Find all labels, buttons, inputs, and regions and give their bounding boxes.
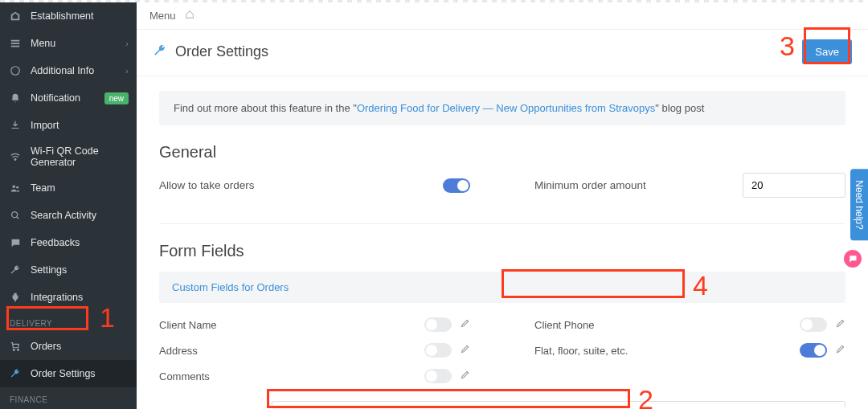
edit-icon[interactable] bbox=[835, 318, 845, 331]
order-comment-label: Order Form Comment bbox=[159, 401, 272, 407]
sidebar-item-menu[interactable]: Menu › bbox=[0, 30, 137, 57]
sidebar-item-label: Import bbox=[31, 120, 129, 131]
section-title-general: General bbox=[159, 143, 845, 162]
sidebar-item-label: Orders bbox=[31, 341, 129, 352]
sidebar-item-settings[interactable]: Settings bbox=[0, 256, 137, 284]
custom-fields-link[interactable]: Custom Fields for Orders bbox=[172, 281, 289, 293]
save-button[interactable]: Save bbox=[802, 39, 852, 64]
page-title: Order Settings bbox=[175, 43, 268, 60]
field-row-client-phone: Client Phone bbox=[534, 317, 845, 332]
sidebar-item-feedbacks[interactable]: Feedbacks bbox=[0, 229, 137, 256]
field-row-address: Address bbox=[159, 343, 470, 358]
comments-label: Comments bbox=[159, 370, 424, 382]
breadcrumb-root[interactable]: Menu bbox=[149, 10, 176, 22]
sidebar-item-label: Notification bbox=[31, 92, 96, 104]
field-row-flat-floor: Flat, floor, suite, etc. bbox=[534, 343, 845, 358]
sidebar-item-label: Menu bbox=[31, 38, 117, 49]
svg-point-3 bbox=[16, 186, 18, 189]
team-icon bbox=[8, 181, 23, 195]
address-label: Address bbox=[159, 345, 424, 357]
section-title-form-fields: Form Fields bbox=[159, 242, 845, 260]
home-icon[interactable] bbox=[184, 9, 195, 22]
sidebar-item-team[interactable]: Team bbox=[0, 174, 137, 202]
sidebar-section-delivery: DELIVERY bbox=[0, 311, 137, 333]
field-row-comments: Comments bbox=[159, 369, 470, 383]
banner-link[interactable]: Ordering Food for Delivery — New Opportu… bbox=[357, 102, 655, 114]
wrench-icon bbox=[8, 366, 23, 381]
order-comment-textarea[interactable] bbox=[272, 401, 845, 407]
min-amount-label: Minimum order amount bbox=[534, 179, 743, 191]
sidebar-item-label: Wi-Fi QR Code Generator bbox=[31, 145, 129, 168]
building-icon bbox=[8, 9, 23, 23]
sidebar-item-label: Team bbox=[31, 182, 129, 194]
svg-point-1 bbox=[14, 159, 16, 161]
sidebar-item-integrations[interactable]: Integrations bbox=[0, 284, 137, 311]
sidebar-item-label: Settings bbox=[31, 264, 129, 276]
client-phone-toggle[interactable] bbox=[800, 317, 827, 332]
chat-bubble-icon[interactable] bbox=[844, 250, 862, 268]
sidebar-item-label: Integrations bbox=[31, 292, 129, 303]
plug-icon bbox=[8, 290, 23, 305]
sidebar-item-label: Order Settings bbox=[31, 368, 129, 379]
allow-orders-toggle[interactable] bbox=[443, 178, 470, 193]
help-tab[interactable]: Need help? bbox=[850, 169, 868, 240]
sidebar-item-label: Search Activity bbox=[31, 210, 129, 221]
bell-icon bbox=[8, 91, 23, 105]
svg-point-4 bbox=[12, 212, 18, 218]
sidebar-item-wifi-qr[interactable]: Wi-Fi QR Code Generator bbox=[0, 139, 137, 174]
allow-orders-label: Allow to take orders bbox=[159, 179, 443, 191]
sidebar-item-order-settings[interactable]: Order Settings bbox=[0, 360, 137, 387]
chevron-right-icon: › bbox=[125, 39, 129, 48]
chevron-right-icon: › bbox=[125, 66, 129, 76]
svg-point-0 bbox=[11, 67, 20, 76]
sidebar-item-label: Feedbacks bbox=[31, 237, 129, 248]
row-order-comment: Order Form Comment G bbox=[159, 401, 845, 407]
comments-toggle[interactable] bbox=[424, 369, 452, 383]
sidebar-section-finance: FINANCE bbox=[0, 387, 137, 409]
menu-icon bbox=[8, 36, 23, 51]
address-toggle[interactable] bbox=[424, 343, 452, 358]
sidebar-item-label: Establishment bbox=[31, 10, 129, 22]
svg-point-2 bbox=[13, 186, 16, 189]
breadcrumb: Menu bbox=[137, 2, 868, 30]
sidebar-item-additional-info[interactable]: Additional Info › bbox=[0, 57, 137, 84]
sidebar-item-establishment[interactable]: Establishment bbox=[0, 2, 137, 30]
new-badge: new bbox=[104, 92, 129, 104]
sidebar-item-orders[interactable]: Orders bbox=[0, 333, 137, 360]
info-banner: Find out more about this feature in the … bbox=[159, 91, 845, 125]
wifi-icon bbox=[8, 149, 23, 164]
sidebar-item-notification[interactable]: Notification new bbox=[0, 84, 137, 112]
row-allow-orders: Allow to take orders bbox=[159, 173, 470, 198]
info-icon bbox=[8, 63, 23, 78]
feedback-icon bbox=[8, 235, 23, 250]
wrench-icon bbox=[153, 43, 167, 60]
row-min-amount: Minimum order amount bbox=[534, 173, 845, 198]
edit-icon[interactable] bbox=[460, 370, 470, 382]
flat-floor-toggle[interactable] bbox=[800, 343, 827, 358]
client-phone-label: Client Phone bbox=[534, 319, 800, 331]
wrench-icon bbox=[8, 263, 23, 277]
flat-floor-label: Flat, floor, suite, etc. bbox=[534, 345, 800, 357]
sidebar-item-label: Additional Info bbox=[31, 65, 117, 76]
client-name-toggle[interactable] bbox=[424, 317, 452, 332]
sidebar-item-search-activity[interactable]: Search Activity bbox=[0, 202, 137, 229]
sidebar-item-import[interactable]: Import bbox=[0, 112, 137, 139]
page-header: Order Settings Save bbox=[137, 30, 868, 76]
import-icon bbox=[8, 118, 23, 133]
field-row-client-name: Client Name bbox=[159, 317, 470, 332]
sidebar: Establishment Menu › Additional Info › N… bbox=[0, 2, 137, 409]
main-content: Menu Order Settings Save Find out more a… bbox=[137, 2, 868, 409]
banner-suffix: " blog post bbox=[655, 102, 704, 114]
min-amount-input[interactable] bbox=[743, 173, 845, 198]
cart-icon bbox=[8, 339, 23, 354]
custom-fields-row: Custom Fields for Orders bbox=[159, 272, 845, 303]
scroll-area[interactable]: Find out more about this feature in the … bbox=[137, 76, 868, 407]
edit-icon[interactable] bbox=[460, 344, 470, 357]
svg-point-6 bbox=[18, 350, 19, 351]
search-icon bbox=[8, 208, 23, 223]
svg-point-5 bbox=[13, 350, 14, 351]
client-name-label: Client Name bbox=[159, 319, 424, 331]
banner-prefix: Find out more about this feature in the … bbox=[174, 102, 357, 114]
edit-icon[interactable] bbox=[835, 344, 845, 357]
edit-icon[interactable] bbox=[460, 318, 470, 331]
